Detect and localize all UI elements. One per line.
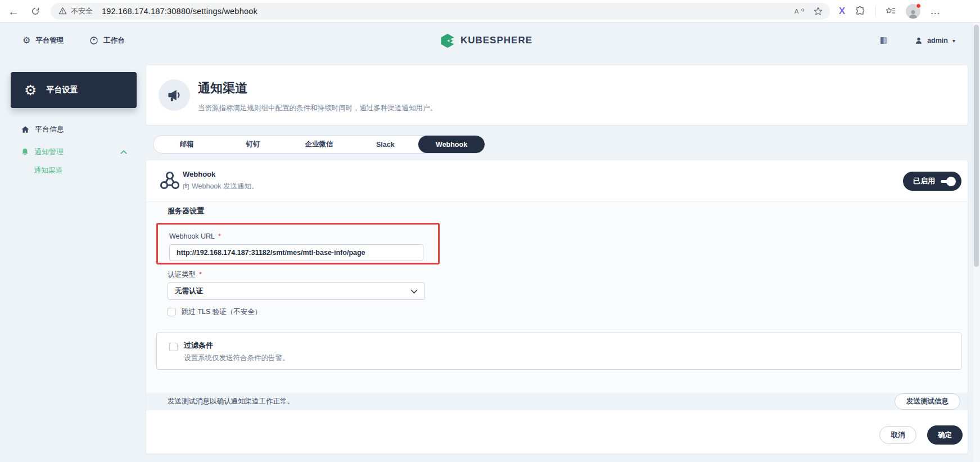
webhook-icon [159, 169, 181, 192]
webhook-settings-card: Webhook 向 Webhook 发送通知。 已启用 服务器设置 Webhoo… [146, 160, 968, 454]
svg-text:A: A [794, 7, 799, 14]
banner-icon-circle [159, 79, 190, 111]
security-warning-icon[interactable] [58, 7, 67, 15]
sidebar-item-notification-channels[interactable]: 通知渠道 [0, 164, 146, 177]
chevron-down-icon [410, 289, 418, 294]
auth-type-select[interactable]: 无需认证 [168, 282, 425, 300]
webhook-card-header: Webhook 向 Webhook 发送通知。 已启用 [146, 160, 968, 201]
webhook-description: 向 Webhook 发送通知。 [183, 182, 259, 191]
browser-back-button[interactable]: ← [8, 6, 19, 17]
user-menu[interactable]: admin ▾ [915, 37, 955, 44]
favorites-bar-icon[interactable] [885, 6, 896, 16]
gear-icon: ⚙ [22, 36, 30, 45]
screen: ← 不安全 192.168.174.187:30880/settings/web… [0, 0, 980, 462]
bell-icon [21, 147, 29, 156]
kubesphere-logo-icon [440, 33, 455, 48]
settings-gear-icon: ⚙ [24, 83, 37, 97]
chevron-down-icon: ▾ [952, 38, 955, 44]
annotation-highlight-box: Webhook URL* [156, 223, 440, 264]
sidebar-title-card: ⚙ 平台设置 [11, 72, 137, 108]
send-test-message-button[interactable]: 发送测试信息 [895, 393, 960, 410]
sidebar-item-label: 通知管理 [34, 147, 64, 157]
toggle-switch-icon [941, 177, 956, 186]
channel-tabbar: 邮箱 钉钉 企业微信 Slack Webhook [153, 135, 485, 154]
enabled-toggle-label: 已启用 [913, 176, 935, 186]
page-scrollbar[interactable] [972, 23, 980, 462]
tab-email[interactable]: 邮箱 [153, 136, 220, 153]
chevron-up-icon [120, 150, 127, 154]
ok-button[interactable]: 确定 [927, 425, 963, 445]
webhook-url-input[interactable] [169, 244, 423, 261]
browser-profile-button[interactable] [906, 4, 920, 19]
filter-conditions-checkbox[interactable] [169, 343, 178, 351]
header-nav: ⚙ 平台管理 工作台 [22, 23, 125, 59]
skip-tls-label: 跳过 TLS 验证（不安全） [182, 307, 261, 317]
tab-wecom[interactable]: 企业微信 [286, 136, 353, 153]
webhook-title: Webhook [183, 170, 215, 178]
browser-toolbar: ← 不安全 192.168.174.187:30880/settings/web… [0, 0, 980, 23]
browser-actions: X … [839, 4, 950, 19]
sidebar-item-notification-management[interactable]: 通知管理 [0, 145, 146, 159]
tab-dingtalk[interactable]: 钉钉 [220, 136, 286, 153]
sidebar-item-label: 平台信息 [35, 124, 64, 134]
nav-platform-management[interactable]: ⚙ 平台管理 [22, 36, 64, 46]
workbench-icon [89, 36, 98, 45]
cancel-button[interactable]: 取消 [879, 426, 916, 444]
skip-tls-row: 跳过 TLS 验证（不安全） [168, 307, 261, 317]
app-header: ⚙ 平台管理 工作台 KUBESPHERE admin ▾ [0, 23, 972, 59]
scrollbar-thumb[interactable] [974, 25, 979, 267]
kubesphere-logo: KUBESPHERE [440, 23, 532, 59]
test-message-band: 发送测试消息以确认通知渠道工作正常。 发送测试信息 [146, 393, 968, 410]
required-asterisk: * [199, 271, 202, 279]
sidebar-subitem-label: 通知渠道 [34, 165, 63, 176]
skip-tls-checkbox[interactable] [168, 308, 176, 316]
page-description: 当资源指标满足规则组中配置的条件和持续时间时，通过多种渠道通知用户。 [198, 104, 437, 113]
server-settings-section: 服务器设置 Webhook URL* 认证类型* 无需认证 跳过 TLS 验证（… [146, 201, 968, 393]
home-icon [21, 125, 30, 134]
security-label: 不安全 [71, 6, 93, 16]
tab-webhook[interactable]: Webhook [418, 136, 485, 153]
page-banner: 通知渠道 当资源指标满足规则组中配置的条件和持续时间时，通过多种渠道通知用户。 [146, 65, 968, 125]
section-heading: 服务器设置 [168, 206, 204, 216]
url-text[interactable]: 192.168.174.187:30880/settings/webhook [102, 7, 258, 16]
test-message-hint: 发送测试消息以确认通知渠道工作正常。 [168, 393, 294, 410]
bookmark-star-icon[interactable] [813, 6, 823, 16]
docs-book-icon[interactable] [879, 35, 889, 46]
webhook-url-label: Webhook URL* [169, 231, 221, 241]
enabled-toggle[interactable]: 已启用 [903, 172, 961, 191]
filter-conditions-title: 过滤条件 [184, 340, 213, 351]
nav-workbench[interactable]: 工作台 [89, 36, 125, 46]
sidebar-item-platform-info[interactable]: 平台信息 [0, 123, 146, 136]
toolbar-divider [875, 6, 875, 16]
user-name: admin [927, 37, 948, 44]
page-title: 通知渠道 [198, 80, 247, 97]
auth-type-value: 无需认证 [175, 286, 203, 296]
required-asterisk: * [218, 232, 221, 240]
sidebar-title: 平台设置 [46, 85, 78, 95]
profile-notification-dot [916, 3, 921, 8]
kubesphere-logo-text: KUBESPHERE [460, 35, 532, 46]
read-aloud-icon[interactable]: A [794, 6, 805, 16]
nav-platform-label: 平台管理 [35, 36, 64, 46]
filter-conditions-box: 过滤条件 设置系统仅发送符合条件的告警。 [156, 333, 961, 370]
browser-refresh-icon[interactable] [30, 6, 40, 16]
header-right: admin ▾ [879, 23, 955, 59]
filter-conditions-description: 设置系统仅发送符合条件的告警。 [184, 353, 290, 363]
extension-x-icon[interactable]: X [839, 6, 845, 17]
browser-menu-icon[interactable]: … [930, 5, 941, 17]
extensions-puzzle-icon[interactable] [855, 6, 865, 16]
address-bar[interactable]: 不安全 192.168.174.187:30880/settings/webho… [51, 3, 830, 20]
tab-slack[interactable]: Slack [352, 136, 418, 153]
user-icon [915, 37, 923, 44]
megaphone-icon [166, 87, 183, 104]
auth-type-label: 认证类型* [168, 269, 202, 280]
nav-workbench-label: 工作台 [103, 36, 125, 46]
